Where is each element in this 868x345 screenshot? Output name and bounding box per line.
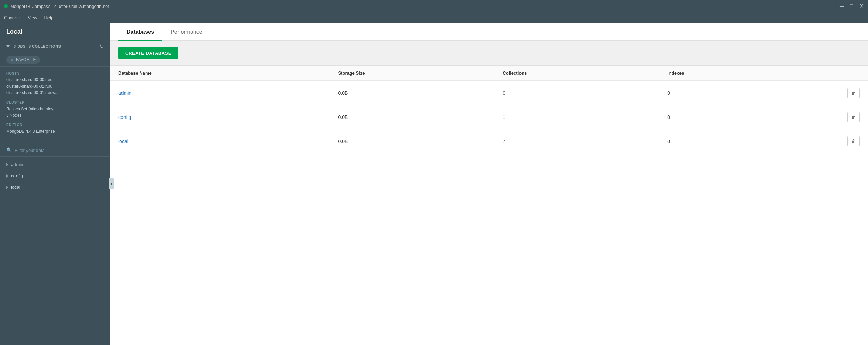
db-indexes-config: 0 (667, 114, 832, 120)
sidebar-item-label: local (11, 185, 20, 190)
sidebar-collapse-button[interactable] (109, 178, 114, 189)
host-3: cluster0-shard-00-01.ruiuw... (6, 90, 104, 96)
menubar: Connect View Help (0, 12, 868, 23)
delete-config-button[interactable]: 🗑 (847, 112, 860, 122)
app-title: MongoDB Compass - cluster0.ruiuw.mongodb… (10, 4, 109, 9)
table-header: Database Name Storage Size Collections I… (110, 66, 868, 81)
sidebar-item-label: config (11, 173, 23, 178)
dbs-count-label: 3 DBS (14, 44, 26, 48)
edition-section: EDITION MongoDB 4.4.8 Enterprise (6, 123, 104, 135)
status-dot (4, 4, 8, 8)
search-icon: 🔍 (6, 147, 12, 153)
db-name-admin[interactable]: admin (118, 90, 338, 96)
sidebar-title: Local (6, 28, 22, 35)
col-header-actions (832, 70, 860, 76)
db-storage-config: 0.0B (338, 114, 503, 120)
tab-databases[interactable]: Databases (118, 23, 162, 41)
table-row: local 0.0B 7 0 🗑 (110, 129, 868, 153)
trash-icon: 🗑 (851, 138, 856, 144)
tabs-bar: Databases Performance (110, 23, 868, 41)
db-storage-admin: 0.0B (338, 90, 503, 96)
collections-count-label: 8 COLLECTIONS (29, 44, 61, 48)
titlebar: MongoDB Compass - cluster0.ruiuw.mongodb… (0, 0, 868, 12)
cluster-section: CLUSTER Replica Set (atlas-hnmioy-... 3 … (6, 101, 104, 119)
sidebar-stats: 3 DBS 8 COLLECTIONS ↻ (0, 40, 110, 53)
edition-label: EDITION (6, 123, 104, 127)
col-header-collections: Collections (503, 70, 667, 76)
db-name-config[interactable]: config (118, 114, 338, 120)
window-controls: ─ □ ✕ (840, 3, 864, 9)
db-storage-local: 0.0B (338, 138, 503, 144)
delete-admin-button[interactable]: 🗑 (847, 88, 860, 98)
menu-view[interactable]: View (28, 15, 37, 20)
star-icon: ☆ (10, 58, 14, 62)
cluster-label: CLUSTER (6, 101, 104, 104)
sidebar-search-bar[interactable]: 🔍 (0, 144, 110, 157)
db-collections-local: 7 (503, 138, 667, 144)
minimize-button[interactable]: ─ (840, 3, 844, 9)
sidebar-item-config[interactable]: config (0, 170, 110, 181)
menu-help[interactable]: Help (44, 15, 53, 20)
col-header-name: Database Name (118, 70, 338, 76)
favorite-button[interactable]: ☆ FAVORITE (6, 56, 40, 64)
sidebar-info: HOSTS cluster0-shard-00-00.ruiu... clust… (0, 67, 110, 144)
chevron-right-icon (6, 174, 8, 178)
cluster-nodes: 3 Nodes (6, 112, 104, 119)
edition-value: MongoDB 4.4.8 Enterprise (6, 128, 104, 135)
main-content: Databases Performance CREATE DATABASE Da… (110, 23, 868, 345)
table-row: admin 0.0B 0 0 🗑 (110, 81, 868, 105)
sidebar-item-admin[interactable]: admin (0, 159, 110, 170)
host-2: cluster0-shard-00-02.ruiu... (6, 83, 104, 90)
trash-icon: 🗑 (851, 90, 856, 96)
refresh-button[interactable]: ↻ (99, 43, 104, 49)
chevron-right-icon (6, 163, 8, 166)
sidebar-item-local[interactable]: local (0, 181, 110, 193)
titlebar-title: MongoDB Compass - cluster0.ruiuw.mongodb… (4, 4, 109, 9)
app-body: Local 3 DBS 8 COLLECTIONS ↻ ☆ FAVORITE H… (0, 23, 868, 345)
table-row: config 0.0B 1 0 🗑 (110, 105, 868, 129)
delete-local-button[interactable]: 🗑 (847, 136, 860, 146)
sidebar-db-count: 3 DBS 8 COLLECTIONS (6, 44, 61, 48)
db-indexes-admin: 0 (667, 90, 832, 96)
db-name-local[interactable]: local (118, 138, 338, 144)
db-collections-config: 1 (503, 114, 667, 120)
trash-icon: 🗑 (851, 114, 856, 120)
favorite-label: FAVORITE (16, 57, 36, 62)
hosts-section: HOSTS cluster0-shard-00-00.ruiu... clust… (6, 71, 104, 97)
tab-performance[interactable]: Performance (162, 23, 211, 41)
sidebar-tree: admin config local (0, 157, 110, 345)
search-input[interactable] (15, 148, 104, 153)
db-indexes-local: 0 (667, 138, 832, 144)
maximize-button[interactable]: □ (850, 3, 853, 9)
chevron-down-icon (6, 45, 10, 47)
col-header-storage: Storage Size (338, 70, 503, 76)
database-table: Database Name Storage Size Collections I… (110, 66, 868, 345)
toolbar: CREATE DATABASE (110, 41, 868, 66)
chevron-right-icon (6, 186, 8, 189)
host-1: cluster0-shard-00-00.ruiu... (6, 77, 104, 83)
close-button[interactable]: ✕ (859, 3, 864, 9)
sidebar: Local 3 DBS 8 COLLECTIONS ↻ ☆ FAVORITE H… (0, 23, 110, 345)
sidebar-item-label: admin (11, 162, 23, 167)
sidebar-header: Local (0, 23, 110, 40)
db-collections-admin: 0 (503, 90, 667, 96)
menu-connect[interactable]: Connect (4, 15, 21, 20)
cluster-value: Replica Set (atlas-hnmioy-... (6, 106, 104, 112)
col-header-indexes: Indexes (667, 70, 832, 76)
collapse-arrow-icon (111, 182, 112, 185)
create-database-button[interactable]: CREATE DATABASE (118, 47, 178, 59)
sidebar-favorite: ☆ FAVORITE (0, 53, 110, 67)
hosts-label: HOSTS (6, 71, 104, 75)
